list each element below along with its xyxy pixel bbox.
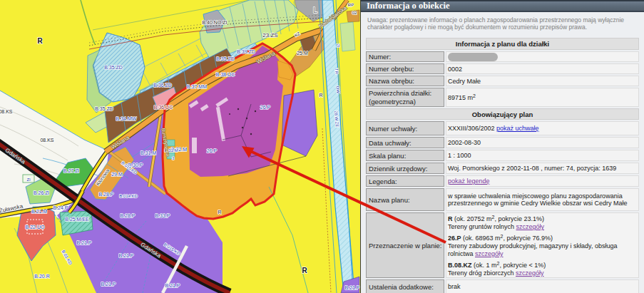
svg-text:B.014.KD: B.014.KD	[119, 194, 138, 198]
svg-text:29.M: 29.M	[111, 172, 123, 177]
svg-text:B.27.Zl: B.27.Zl	[63, 168, 80, 173]
svg-text:B.35.ZD: B.35.ZD	[104, 65, 123, 70]
svg-text:08.KS: 08.KS	[0, 109, 13, 114]
svg-text:B.21.P: B.21.P	[118, 253, 133, 258]
svg-text:R: R	[218, 210, 221, 215]
svg-text:B.36.UC: B.36.UC	[154, 105, 173, 110]
svg-text:26.P: 26.P	[260, 105, 271, 110]
svg-text:B.35.ZD: B.35.ZD	[216, 56, 235, 61]
svg-text:08.KS: 08.KS	[40, 138, 53, 143]
svg-text:R: R	[37, 37, 43, 45]
svg-text:B.21.P: B.21.P	[165, 283, 180, 288]
svg-text:B.22.UO: B.22.UO	[26, 225, 45, 230]
svg-text:B.39.ZD: B.39.ZD	[237, 49, 255, 54]
svg-text:B.40.NO.ZI: B.40.NO.ZI	[202, 20, 227, 25]
svg-text:B.28.P: B.28.P	[98, 192, 113, 197]
svg-text:B.31.M: B.31.M	[140, 150, 156, 155]
svg-text:RP: RP	[348, 3, 354, 7]
svg-text:B.21.P: B.21.P	[101, 282, 116, 287]
svg-text:B.28.P: B.28.P	[120, 213, 135, 218]
svg-text:B.33.P: B.33.P	[155, 213, 170, 218]
svg-text:TR: TR	[334, 68, 339, 75]
svg-text:B.25.M/EE: B.25.M/EE	[65, 217, 89, 222]
svg-text:B.38.UC: B.38.UC	[216, 72, 235, 77]
svg-text:B.26.Zl: B.26.Zl	[34, 190, 50, 195]
svg-text:R: R	[319, 93, 322, 98]
svg-text:25.M: 25.M	[297, 51, 308, 56]
svg-text:L: L	[313, 6, 317, 14]
svg-text:B.34.MW: B.34.MW	[116, 116, 137, 121]
svg-text:R: R	[302, 267, 307, 274]
svg-text:02: 02	[352, 11, 357, 15]
svg-text:Zl: Zl	[27, 178, 31, 182]
svg-text:26.P: 26.P	[207, 148, 218, 153]
svg-text:23.ZS: 23.ZS	[262, 32, 277, 38]
svg-text:B.20.R: B.20.R	[34, 274, 49, 279]
svg-text:B.37.MM: B.37.MM	[187, 84, 207, 89]
svg-text:B.21.P: B.21.P	[76, 240, 91, 245]
svg-text:B.21.M: B.21.M	[31, 209, 47, 214]
svg-text:B.21.P: B.21.P	[344, 285, 359, 290]
svg-text:B.35.ZD: B.35.ZD	[95, 106, 113, 111]
svg-text:B.36.ZD: B.36.ZD	[153, 83, 172, 88]
svg-text:OW: OW	[336, 86, 341, 93]
svg-text:B.24.P: B.24.P	[53, 205, 68, 210]
svg-text:Zl: Zl	[336, 43, 340, 48]
